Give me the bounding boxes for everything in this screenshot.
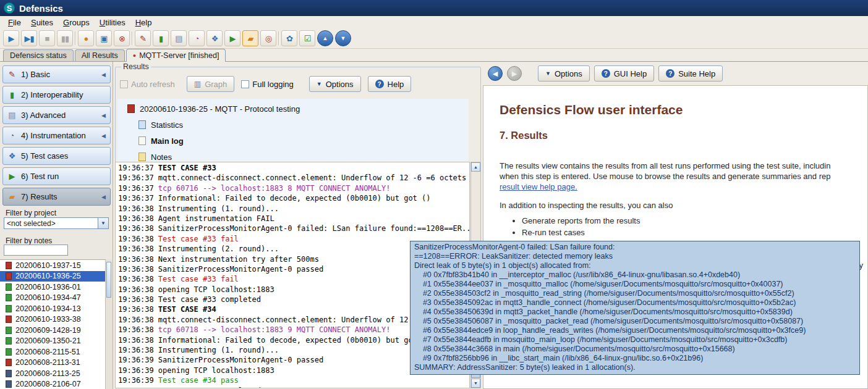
menu-item[interactable]: Utilities xyxy=(95,17,130,28)
toolbar-button-icon: ▮ xyxy=(159,34,163,43)
log-timestamp: 19:36:39 xyxy=(118,376,154,385)
result-run-item[interactable]: 20200610-1934-47 xyxy=(0,293,106,304)
project-filter-dropdown[interactable]: <not selected> ▼ xyxy=(4,217,109,229)
menu-item[interactable]: Groups xyxy=(59,17,94,28)
log-line: 19:36:39Test case #34 completed xyxy=(118,387,469,388)
help-forward-button[interactable]: ▶ xyxy=(507,66,522,81)
chevron-left-icon: ◀ xyxy=(101,194,106,200)
sidebar-item-advanced[interactable]: ▤ 3) Advanced ◀ xyxy=(2,106,111,124)
result-run-item[interactable]: 20200608-2106-07 xyxy=(0,379,106,389)
tab-defensics-status[interactable]: Defensics status xyxy=(3,49,74,61)
test-run-step-button[interactable]: ▶ xyxy=(224,30,240,46)
scrollbar-thumb[interactable] xyxy=(106,262,111,298)
sidebar-item-basic[interactable]: ✎ 1) Basic ◀ xyxy=(2,65,111,83)
tooltip-line: #5 0x55e384506087 in _mosquitto_packet_r… xyxy=(414,317,856,326)
abort-button[interactable]: ⊗ xyxy=(114,30,130,46)
chevron-down-icon: ▼ xyxy=(545,70,551,77)
log-timestamp: 19:36:38 xyxy=(118,316,154,324)
tree-item-main-log[interactable]: Main log xyxy=(127,133,469,149)
tree-item-icon xyxy=(127,104,135,113)
options-button[interactable]: ▼ Options xyxy=(309,76,361,92)
result-run-item[interactable]: 20200609-1350-21 xyxy=(0,336,106,347)
sidebar-item-interoperability[interactable]: ▮ 2) Interoperability xyxy=(2,86,111,104)
test-cases-step-button[interactable]: ❖ xyxy=(206,30,223,46)
toolbar-button-icon: ◔ xyxy=(195,34,199,43)
sidebar: ✎ 1) Basic ◀ ▮ 2) Interoperability ▤ 3) … xyxy=(0,62,113,389)
advanced-step-button[interactable]: ▤ xyxy=(171,30,187,46)
checklist-button[interactable]: ☑ xyxy=(299,30,315,46)
notes-filter-input[interactable] xyxy=(4,245,68,256)
auto-refresh-label: Auto refresh xyxy=(131,80,175,89)
help-button[interactable]: ? Help xyxy=(368,76,412,92)
menu-item[interactable]: File xyxy=(4,17,25,28)
sidebar-item-label: 1) Basic xyxy=(21,70,50,79)
stop-button[interactable]: ■ xyxy=(39,30,55,46)
interoperability-step-button[interactable]: ▮ xyxy=(153,30,169,46)
run-button[interactable]: ▶ xyxy=(3,30,19,46)
help-back-button[interactable]: ◀ xyxy=(488,66,503,81)
toolbar-button-icon: ✎ xyxy=(140,34,146,43)
result-status-icon xyxy=(6,370,12,377)
filter-by-project-label: Filter by project xyxy=(6,209,56,217)
result-run-item[interactable]: 20200610-1934-13 xyxy=(0,303,106,314)
result-view-help-link[interactable]: result view help page. xyxy=(500,182,577,192)
help-bullet-list: Generate reports from the resultsRe-run … xyxy=(522,216,867,237)
result-run-item[interactable]: 20200608-2113-31 xyxy=(0,358,106,369)
result-run-item[interactable]: 20200610-1937-15 xyxy=(0,260,106,271)
run-pause-button[interactable]: ▶▮ xyxy=(21,30,37,46)
result-run-item[interactable]: 20200608-2113-25 xyxy=(0,368,106,379)
sidebar-item-test-run[interactable]: ▶ 6) Test run xyxy=(2,167,111,185)
tooltip-line: ==1208==ERROR: LeakSanitizer: detected m… xyxy=(414,252,856,261)
log-timestamp: 19:36:38 xyxy=(118,275,154,283)
log-timestamp: 19:36:38 xyxy=(118,265,154,274)
suite-help-button[interactable]: ? Suite Help xyxy=(658,65,723,82)
sidebar-item-results[interactable]: ▰ 7) Results ◀ xyxy=(2,188,111,206)
results-list-scrollbar[interactable] xyxy=(105,259,112,389)
scroll-down-button[interactable]: ▼ xyxy=(335,30,351,46)
tooltip-line: Direct leak of 5 byte(s) in 1 object(s) … xyxy=(414,261,856,270)
instrumentation-step-button[interactable]: ◔ xyxy=(189,30,205,46)
pause-button[interactable]: ▮▮ xyxy=(57,30,73,46)
log-message: Instrumenting (2. round)... xyxy=(158,245,279,253)
tree-item-statistics[interactable]: Statistics xyxy=(127,117,469,133)
results-group-title: Results xyxy=(121,62,151,71)
chevron-down-icon[interactable]: ▼ xyxy=(98,218,108,228)
scroll-up-button[interactable]: ▲ xyxy=(317,30,333,46)
result-run-label: 20200608-2113-31 xyxy=(15,358,80,367)
basic-step-button[interactable]: ✎ xyxy=(135,30,151,46)
result-run-item[interactable]: 20200610-1936-01 xyxy=(0,282,106,293)
sidebar-item-instrumentation[interactable]: ◔ 4) Instrumentation ◀ xyxy=(2,127,111,144)
remote-button[interactable]: ✿ xyxy=(281,30,297,46)
full-logging-checkbox[interactable]: Full logging xyxy=(241,80,294,89)
tab-mqtt-server[interactable]: ● MQTT-Server [finished] xyxy=(126,49,226,62)
scroll-up-arrow-icon[interactable]: ▲ xyxy=(471,162,480,172)
results-step-button[interactable]: ▰ xyxy=(242,30,258,46)
result-run-item[interactable]: 20200608-2115-51 xyxy=(0,346,106,358)
tree-item-test-run[interactable]: 20200610-1936-25 - MQTT - Protocol testi… xyxy=(127,101,469,117)
full-logging-label: Full logging xyxy=(252,80,294,89)
report-step-button[interactable]: ◎ xyxy=(260,30,276,46)
help-options-button[interactable]: ▼ Options xyxy=(538,65,590,82)
result-run-item[interactable]: 20200609-1428-19 xyxy=(0,325,106,336)
load-suite-button[interactable]: ● xyxy=(78,30,94,46)
tree-item-label: Notes xyxy=(151,153,172,162)
menu-item[interactable]: Suites xyxy=(27,17,57,28)
tree-item-label: 20200610-1936-25 - MQTT - Protocol testi… xyxy=(140,104,300,114)
graph-button[interactable]: ▥ Graph xyxy=(187,76,234,92)
tab-label: Defensics status xyxy=(10,51,67,60)
scroll-down-arrow-icon[interactable]: ▼ xyxy=(471,379,480,388)
log-message: mqtt.connect-disconnect.connect.element:… xyxy=(158,174,467,182)
sidebar-item-test-cases[interactable]: ❖ 5) Test cases xyxy=(2,147,111,165)
tab-all-results[interactable]: All Results xyxy=(75,49,125,61)
auto-refresh-checkbox[interactable]: Auto refresh xyxy=(120,80,175,89)
result-run-label: 20200610-1937-15 xyxy=(15,261,81,270)
sidebar-item-label: 5) Test cases xyxy=(21,151,68,161)
result-run-item[interactable]: 20200610-1936-25 xyxy=(0,271,106,282)
log-message: opening TCP localhost:1883 xyxy=(158,285,274,294)
chevron-left-icon: ◀ xyxy=(101,133,106,139)
save-button[interactable]: ▣ xyxy=(96,30,112,46)
gui-help-button[interactable]: ? GUI Help xyxy=(594,65,654,82)
menu-item[interactable]: Help xyxy=(131,17,156,28)
result-run-item[interactable]: 20200610-1933-38 xyxy=(0,314,106,325)
help-page-title: Defensics Flow user interface xyxy=(500,102,867,117)
